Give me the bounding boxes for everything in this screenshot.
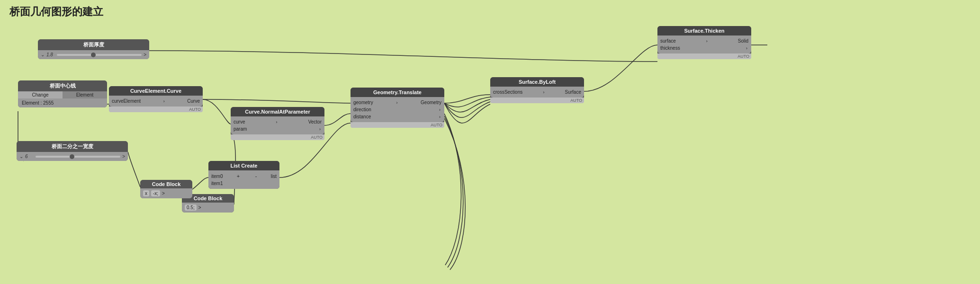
geometry-translate-node: Geometry.Translate geometry › Geometry d… (351, 88, 444, 128)
code-block-2-node: Code Block x -x; > (140, 180, 192, 198)
slider-hw-track[interactable] (36, 156, 120, 158)
port-curve-element-in: curveElement (112, 98, 141, 104)
code-block-2-arrow: > (162, 191, 165, 196)
port-geometry-in: geometry (353, 100, 373, 105)
code-block-1-value[interactable]: 0.5; (185, 204, 197, 211)
code-block-2-value2[interactable]: -x; (151, 190, 160, 196)
port-surface-in: surface (660, 38, 676, 44)
code-block-2-value[interactable]: x (143, 190, 149, 196)
slider-hw-arrow-icon: > (122, 154, 125, 159)
slider-thumb (91, 53, 96, 57)
port-thickness-in: thickness (660, 45, 680, 51)
surface-byloft-auto-tag: AUTO (490, 98, 584, 103)
page-title: 桥面几何图形的建立 (9, 5, 103, 19)
list-create-node: List Create item0 + - list item1 (208, 161, 279, 189)
bridge-thickness-slider-node: 桥面厚度 ⌄ 1.8 > (38, 39, 149, 59)
slider-chevron-icon[interactable]: ⌄ (41, 52, 45, 57)
geometry-translate-label: Geometry.Translate (351, 88, 444, 97)
surface-byloft-label: Surface.ByLoft (490, 77, 584, 87)
curve-element-curve-label: CurveElement.Curve (109, 86, 203, 96)
code-block-1-arrow: > (198, 205, 201, 210)
port-crosssections-in: crossSections (493, 89, 522, 95)
code-block-2-label: Code Block (140, 180, 192, 188)
surface-byloft-node: Surface.ByLoft crossSections › Surface A… (490, 77, 584, 103)
geometry-translate-auto-tag: AUTO (351, 122, 444, 128)
port-param-in: param (234, 126, 247, 132)
port-item0-in: item0 (211, 174, 223, 179)
list-create-label: List Create (208, 161, 279, 170)
port-curve-out: Curve (187, 98, 200, 104)
curve-element-auto-tag: AUTO (109, 106, 203, 112)
port-vector-out: Vector (308, 119, 322, 124)
surface-thicken-auto-tag: AUTO (657, 53, 751, 59)
port-distance-in: distance (353, 114, 371, 119)
port-surface-out: Surface (565, 89, 581, 95)
slider-hw-thumb (70, 154, 74, 159)
curve-normal-auto-tag: AUTO (231, 134, 324, 140)
curve-element-curve-node: CurveElement.Curve curveElement › Curve … (109, 86, 203, 112)
tab-element[interactable]: Element (63, 91, 107, 98)
slider-thickness-track[interactable] (57, 54, 142, 56)
bridge-centerline-node: 桥面中心线 Change Element Element : 2555 (18, 80, 107, 107)
list-minus-icon[interactable]: - (255, 173, 257, 179)
tab-change[interactable]: Change (18, 91, 63, 98)
bridge-halfwidth-slider-node: 桥面二分之一宽度 ⌄ 6 > (17, 141, 128, 161)
slider-hw-chevron-icon[interactable]: ⌄ (19, 154, 23, 159)
port-list-out: list (271, 174, 277, 179)
port-solid-out: Solid (738, 38, 748, 44)
curve-normal-at-param-node: Curve.NormalAtParameter curve › Vector p… (231, 107, 324, 140)
centerline-tabs: Change Element (18, 91, 107, 98)
element-value: Element : 2555 (22, 100, 103, 106)
slider-halfwidth-value[interactable]: 6 (25, 154, 34, 159)
port-direction-in: direction (353, 107, 371, 112)
slider-thickness-label: 桥面厚度 (38, 39, 149, 50)
surface-thicken-node: Surface.Thicken surface › Solid thicknes… (657, 26, 751, 59)
port-geometry-out: Geometry (421, 100, 441, 105)
centerline-label: 桥面中心线 (18, 80, 107, 91)
slider-arrow-icon: > (144, 52, 146, 57)
list-plus-icon[interactable]: + (237, 173, 240, 179)
curve-normal-label: Curve.NormalAtParameter (231, 107, 324, 116)
port-curve-in: curve (234, 119, 245, 124)
surface-thicken-label: Surface.Thicken (657, 26, 751, 36)
slider-halfwidth-label: 桥面二分之一宽度 (17, 141, 128, 152)
slider-thickness-value[interactable]: 1.8 (46, 52, 55, 57)
port-item1-in: item1 (211, 181, 223, 186)
